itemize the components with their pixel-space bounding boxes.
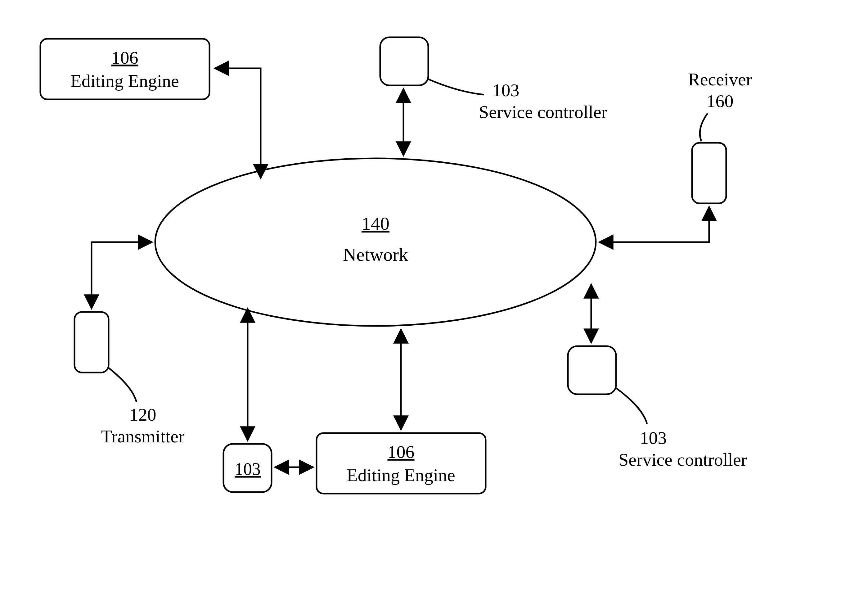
service-controller-top-number: 103 — [492, 80, 519, 100]
service-controller-br-number: 103 — [640, 428, 667, 448]
receiver-number: 160 — [707, 91, 734, 111]
transmitter-number: 120 — [129, 404, 157, 425]
network-node — [155, 158, 596, 326]
connector-receiver-network — [600, 208, 709, 242]
receiver-label: Receiver — [688, 69, 752, 89]
connector-editing-top-network — [216, 68, 261, 177]
leader-receiver — [700, 113, 708, 141]
service-controller-bottom-left-number: 103 — [235, 459, 261, 479]
network-number: 140 — [361, 213, 390, 234]
network-label: Network — [343, 244, 408, 265]
receiver-box — [692, 143, 726, 203]
network-diagram: 140 Network 106 Editing Engine 103 Servi… — [0, 0, 868, 601]
editing-engine-bottom-number: 106 — [388, 442, 414, 462]
service-controller-top-box — [380, 37, 428, 85]
leader-transmitter — [109, 368, 137, 402]
service-controller-top-label: Service controller — [479, 102, 607, 122]
transmitter-label: Transmitter — [101, 426, 185, 446]
editing-engine-bottom-label: Editing Engine — [347, 465, 455, 485]
service-controller-bottom-right-box — [568, 346, 616, 394]
transmitter-box — [75, 312, 109, 372]
service-controller-br-label: Service controller — [618, 450, 747, 470]
editing-engine-top-number: 106 — [111, 47, 139, 68]
editing-engine-top-label: Editing Engine — [70, 71, 179, 91]
leader-sc-br — [616, 388, 647, 424]
leader-sc-top — [428, 79, 484, 95]
connector-transmitter-network — [91, 242, 151, 307]
